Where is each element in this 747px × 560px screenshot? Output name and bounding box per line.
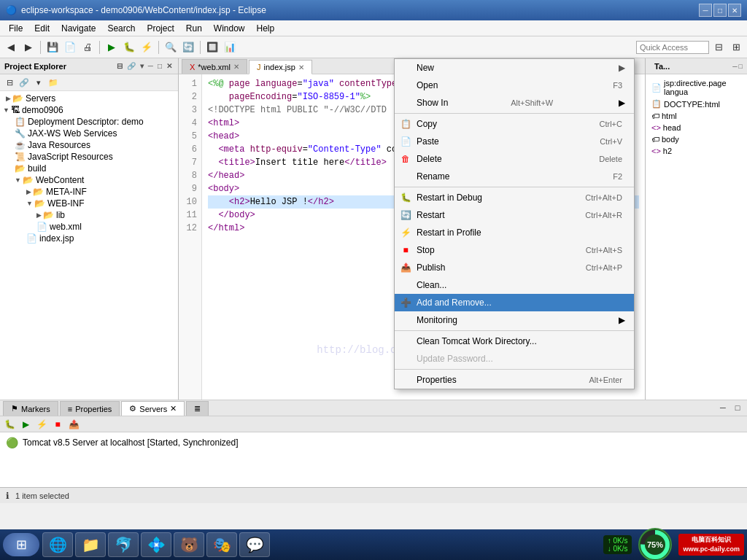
ctx-paste-label: Paste (417, 136, 439, 147)
delete-icon: 🗑 (399, 152, 412, 166)
ctx-clean-tomcat-label: Clean Tomcat Work Directory... (417, 336, 537, 346)
ctx-stop-label: Stop (417, 245, 435, 255)
ctx-show-in-arrow: ▶ (619, 98, 625, 108)
paste-icon: 📄 (399, 135, 412, 148)
restart-icon: 🔄 (399, 209, 412, 222)
ctx-update-password: Update Password... (395, 350, 634, 368)
ctx-new-label: New (417, 63, 434, 73)
publish-icon: 📤 (399, 261, 412, 274)
ctx-rename[interactable]: Rename F2 (395, 168, 634, 185)
ctx-restart[interactable]: 🔄 Restart Ctrl+Alt+R (395, 206, 634, 224)
ctx-publish[interactable]: 📤 Publish Ctrl+Alt+P (395, 259, 634, 276)
ctx-rename-shortcut: F2 (613, 172, 625, 181)
ctx-properties-label: Properties (417, 375, 457, 385)
context-menu-overlay[interactable]: New ▶ Open F3 Show In Alt+Shift+W ▶ 📋 Co… (0, 0, 747, 560)
ctx-clean-label: Clean... (417, 280, 446, 290)
ctx-delete[interactable]: 🗑 Delete Delete (395, 150, 634, 168)
copy-icon: 📋 (399, 117, 412, 131)
ctx-sep-1 (395, 113, 634, 114)
ctx-restart-shortcut: Ctrl+Alt+R (585, 211, 625, 219)
ctx-show-in-label: Show In (417, 98, 448, 108)
restart-debug-icon: 🐛 (399, 191, 412, 204)
ctx-show-in-shortcut: Alt+Shift+W (511, 98, 556, 107)
ctx-sep-3 (395, 330, 634, 331)
ctx-copy-shortcut: Ctrl+C (600, 120, 625, 128)
ctx-restart-profile-label: Restart in Profile (417, 228, 481, 238)
ctx-stop-shortcut: Ctrl+Alt+S (586, 246, 625, 254)
ctx-restart-debug[interactable]: 🐛 Restart in Debug Ctrl+Alt+D (395, 189, 634, 206)
ctx-restart-debug-shortcut: Ctrl+Alt+D (585, 193, 625, 202)
ctx-clean-tomcat[interactable]: Clean Tomcat Work Directory... (395, 332, 634, 350)
ctx-new-arrow: ▶ (619, 63, 625, 73)
ctx-publish-label: Publish (417, 262, 445, 273)
ctx-copy-label: Copy (417, 119, 437, 129)
ctx-sep-2 (395, 187, 634, 187)
ctx-restart-debug-label: Restart in Debug (417, 192, 482, 203)
ctx-paste-shortcut: Ctrl+V (600, 137, 625, 146)
add-icon: ➕ (399, 296, 412, 309)
ctx-open-label: Open (417, 80, 438, 90)
ctx-open[interactable]: Open F3 (395, 77, 634, 94)
restart-profile-icon: ⚡ (399, 226, 412, 239)
ctx-properties-shortcut: Alt+Enter (589, 376, 625, 384)
ctx-delete-shortcut: Delete (599, 155, 625, 163)
context-menu: New ▶ Open F3 Show In Alt+Shift+W ▶ 📋 Co… (394, 58, 635, 389)
ctx-show-in[interactable]: Show In Alt+Shift+W ▶ (395, 94, 634, 112)
stop-icon: ■ (399, 244, 412, 257)
ctx-restart-label: Restart (417, 210, 445, 220)
ctx-sep-4 (395, 369, 634, 370)
ctx-monitoring[interactable]: Monitoring ▶ (395, 311, 634, 329)
ctx-update-password-label: Update Password... (417, 354, 493, 364)
ctx-monitoring-arrow: ▶ (619, 315, 625, 325)
ctx-copy[interactable]: 📋 Copy Ctrl+C (395, 115, 634, 133)
ctx-open-shortcut: F3 (613, 81, 625, 90)
ctx-publish-shortcut: Ctrl+Alt+P (586, 263, 625, 272)
ctx-add-remove-label: Add and Remove... (417, 298, 492, 308)
ctx-stop[interactable]: ■ Stop Ctrl+Alt+S (395, 241, 634, 259)
ctx-rename-label: Rename (417, 171, 449, 182)
ctx-paste[interactable]: 📄 Paste Ctrl+V (395, 133, 634, 150)
ctx-clean[interactable]: Clean... (395, 276, 634, 294)
ctx-add-remove[interactable]: ➕ Add and Remove... (395, 294, 634, 311)
ctx-new[interactable]: New ▶ (395, 59, 634, 77)
ctx-properties[interactable]: Properties Alt+Enter (395, 371, 634, 389)
ctx-monitoring-label: Monitoring (417, 315, 457, 325)
ctx-delete-label: Delete (417, 154, 442, 164)
ctx-restart-profile[interactable]: ⚡ Restart in Profile (395, 224, 634, 241)
